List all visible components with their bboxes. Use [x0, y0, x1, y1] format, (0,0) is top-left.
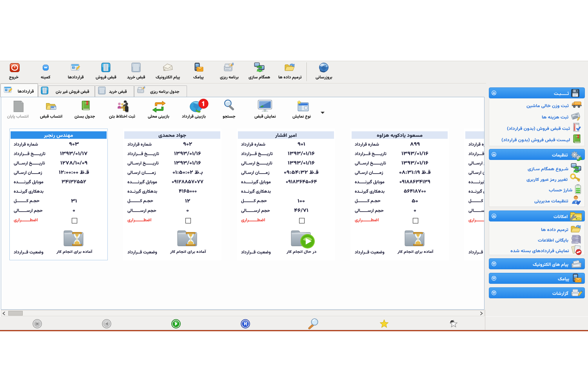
svg-text:FWD: FWD: [576, 123, 579, 125]
